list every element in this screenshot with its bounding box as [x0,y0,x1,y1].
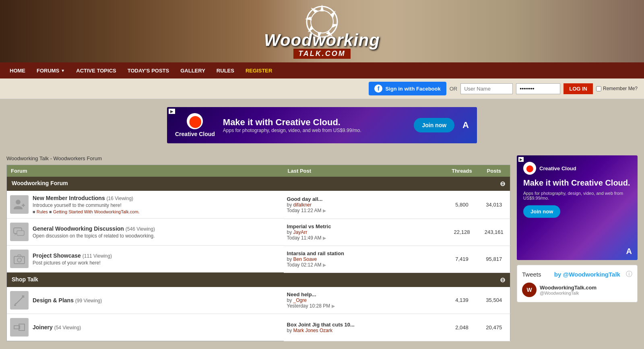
tweets-header: Tweets by @WoodworkingTalk ⓘ [522,270,632,279]
forum-name[interactable]: Joinery (54 Viewing) [33,324,81,330]
tweet-profile: W WoodworkingTalk.com @WoodworkingTalk [522,283,632,297]
sidebar-ad-tag: ▶ [518,157,524,162]
ad-subtext: Apps for photography, design, video, and… [223,128,406,133]
section-woodworking-forum: Woodworking Forum ⊖ [7,177,510,191]
remember-me-checkbox[interactable] [596,86,601,91]
nav-todays-posts[interactable]: TODAY'S POSTS [122,62,175,78]
svg-rect-14 [17,231,24,235]
forum-col-header: Forum [7,165,284,177]
last-post-author[interactable]: JayArr [293,229,308,235]
facebook-login-button[interactable]: f Sign in with Facebook [369,82,446,95]
last-post-title[interactable]: Intarsia and rail station [287,250,443,256]
svg-line-21 [16,297,22,303]
tweets-account-link[interactable]: by @WoodworkingTalk [554,271,620,278]
ad-tag: ▶ [169,109,175,114]
nav-gallery[interactable]: GALLERY [175,62,211,78]
last-post-author[interactable]: difalkner [293,202,312,208]
nav-rules[interactable]: RULES [211,62,240,78]
last-post-cell: Need help... by _Ogre Yesterday 10:28 PM… [284,287,446,314]
collapse-section-2[interactable]: ⊖ [500,276,505,284]
sidebar-ad-cta[interactable]: Join now [523,205,560,218]
forum-desc: Introduce yourself to the community here… [33,202,140,208]
top-ad-banner: ▶ ⬤ Creative Cloud Make it with Creative… [167,107,477,143]
nav-forums[interactable]: FORUMS ▼ [31,62,70,78]
tweet-avatar: W [522,283,537,297]
last-post-by: by difalkner [287,202,443,208]
last-post-time: Today 11:22 AM ▶ [287,208,443,213]
tweets-section: Tweets by @WoodworkingTalk ⓘ W Woodworki… [517,265,638,302]
forum-desc: Post pictures of your work here! [33,260,112,266]
sidebar: ▶ ⬤ Creative Cloud Make it with Creative… [517,155,638,341]
last-post-cell: Imperial vs Metric by JayArr Today 11:49… [284,219,446,246]
nav-register[interactable]: REGISTER [240,62,278,78]
person-plus-icon [13,198,26,211]
last-post-cell: Good day all... by difalkner Today 11:22… [284,191,446,219]
forum-name[interactable]: New Member Introductions (16 Viewing) [33,195,140,201]
posts-count: 34,013 [478,191,510,219]
svg-point-1 [311,10,333,33]
table-row: New Member Introductions (16 Viewing) In… [7,191,510,219]
last-post-title[interactable]: Imperial vs Metric [287,223,443,229]
sidebar-ad-logo-row: ⬤ Creative Cloud [523,162,631,175]
sidebar-cc-icon: ⬤ [523,162,536,175]
logo-text: Woodworking [264,32,380,49]
forum-links: ■ Rules ■ Getting Started With Woodworki… [33,209,140,214]
forum-name[interactable]: Design & Plans (99 Viewing) [33,297,102,304]
threads-count: 22,128 [446,219,478,246]
svg-point-16 [17,258,21,262]
breadcrumb: Woodworking Talk - Woodworkers Forum [6,155,510,161]
rules-link[interactable]: Rules [37,209,48,214]
nav-active-topics[interactable]: ACTIVE TOPICS [70,62,122,78]
section-shop-talk: Shop Talk ⊖ [7,273,510,287]
or-separator: OR [450,86,458,92]
login-button[interactable]: LOG IN [564,83,593,94]
ad-headline: Make it with Creative Cloud. [223,117,406,128]
svg-marker-9 [312,9,317,12]
joint-icon [13,321,26,334]
post-link-arrow: ▶ [323,262,326,267]
facebook-icon: f [374,85,382,93]
password-input[interactable] [516,83,560,94]
last-post-title[interactable]: Box Joint Jig that cuts 10... [287,322,443,328]
collapse-section-1[interactable]: ⊖ [500,180,505,188]
nav-home[interactable]: HOME [4,62,31,78]
table-row: Project Showcase (111 Viewing) Post pict… [7,246,510,273]
last-post-title[interactable]: Good day all... [287,196,443,202]
last-post-by: by Ben Soave [287,256,443,262]
forum-name[interactable]: Project Showcase (111 Viewing) [33,252,112,259]
username-input[interactable] [460,83,513,94]
drafting-icon [13,294,26,307]
last-post-by: by _Ogre [287,297,443,303]
last-post-title[interactable]: Need help... [287,291,443,297]
logo-area: Woodworking TALK.COM [264,4,380,59]
forums-dropdown-arrow: ▼ [61,68,65,73]
last-post-time: Today 11:49 AM ▶ [287,235,443,241]
camera-icon [13,252,26,265]
chat-bubbles-icon [13,225,26,238]
logo-subtext: TALK.COM [293,49,351,59]
forum-name[interactable]: General Woodworking Discussion (546 View… [33,225,155,232]
svg-line-18 [15,296,24,305]
cc-brand: Creative Cloud [175,131,215,137]
sidebar-ad-headline: Make it with Creative Cloud. [523,178,631,188]
threads-count: 2,048 [446,314,478,341]
svg-point-17 [22,257,23,258]
getting-started-link[interactable]: Getting Started With WoodworkingTalk.com… [53,209,140,214]
last-post-time: Yesterday 10:28 PM ▶ [287,303,443,309]
tweet-account-name[interactable]: WoodworkingTalk.com [540,285,597,291]
last-post-author[interactable]: _Ogre [293,297,307,303]
threads-count: 7,419 [446,246,478,273]
threads-count: 5,800 [446,191,478,219]
ad-cta-button[interactable]: Join now [414,118,454,132]
last-post-cell: Box Joint Jig that cuts 10... by Mark Jo… [284,314,446,341]
last-post-author[interactable]: Mark Jones Ozark [293,328,332,333]
adobe-icon: A [462,120,469,130]
last-post-by: by Mark Jones Ozark [287,328,443,333]
general-discussion-icon [10,223,29,241]
last-post-author[interactable]: Ben Soave [293,256,317,262]
new-member-icon [10,195,29,214]
tweet-info-icon[interactable]: ⓘ [626,270,632,279]
table-row: Design & Plans (99 Viewing) Need help...… [7,287,510,314]
joinery-icon [10,318,29,337]
navigation: HOME FORUMS ▼ ACTIVE TOPICS TODAY'S POST… [0,62,644,78]
